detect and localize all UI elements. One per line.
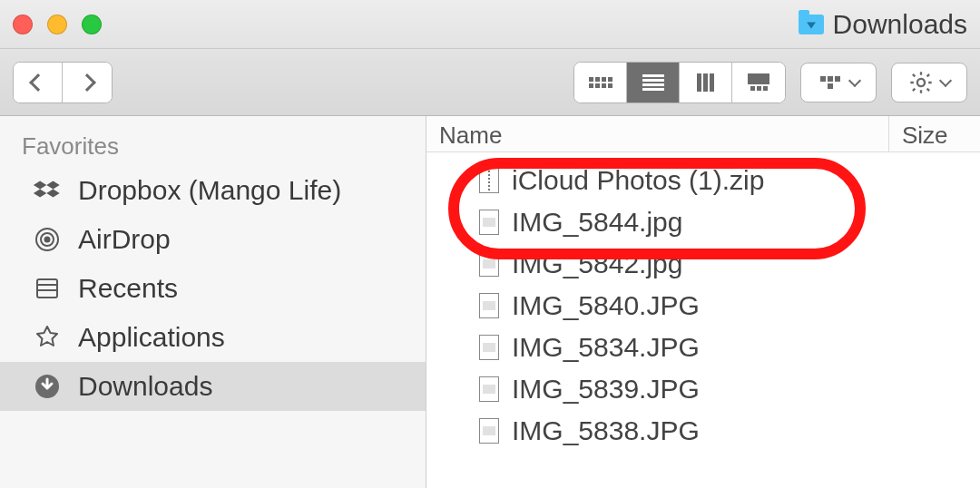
- svg-point-3: [45, 238, 50, 242]
- titlebar: Downloads: [0, 0, 980, 49]
- view-list-button[interactable]: [627, 63, 680, 102]
- zoom-window-button[interactable]: [82, 15, 102, 34]
- nav-back-forward: [13, 62, 113, 103]
- recents-icon: [31, 274, 64, 303]
- sidebar-item-dropbox[interactable]: Dropbox (Mango Life): [0, 166, 426, 215]
- file-row[interactable]: IMG_5844.jpg: [426, 201, 980, 243]
- file-name: IMG_5838.JPG: [512, 415, 700, 446]
- view-icon-button[interactable]: [574, 63, 627, 102]
- back-button[interactable]: [14, 63, 63, 102]
- file-list-pane: Name Size iCloud Photos (1).zipIMG_5844.…: [426, 116, 980, 488]
- window-title: Downloads: [833, 9, 967, 40]
- image-file-icon: [479, 251, 499, 277]
- traffic-lights: [13, 15, 102, 34]
- zip-file-icon: [479, 168, 499, 193]
- view-mode-selector: [573, 62, 786, 103]
- sidebar-item-recents[interactable]: Recents: [0, 264, 426, 313]
- chevron-down-icon: [848, 73, 861, 86]
- svg-point-0: [917, 78, 925, 85]
- columns-header: Name Size: [426, 116, 980, 152]
- image-file-icon: [479, 210, 499, 235]
- sidebar-item-label: AirDrop: [78, 224, 171, 255]
- file-name: IMG_5844.jpg: [512, 207, 682, 238]
- view-column-button[interactable]: [680, 63, 732, 102]
- close-window-button[interactable]: [13, 15, 33, 34]
- file-name: IMG_5842.jpg: [512, 249, 682, 279]
- sidebar-item-label: Dropbox (Mango Life): [78, 175, 341, 206]
- action-menu-button[interactable]: [891, 63, 967, 102]
- sidebar: Favorites Dropbox (Mango Life)AirDropRec…: [0, 116, 426, 488]
- sidebar-item-label: Downloads: [78, 371, 212, 402]
- file-name: IMG_5839.JPG: [512, 374, 700, 405]
- column-header-name[interactable]: Name: [426, 116, 889, 151]
- file-row[interactable]: IMG_5840.JPG: [426, 285, 980, 327]
- column-header-size[interactable]: Size: [889, 116, 980, 151]
- file-name: IMG_5840.JPG: [512, 290, 700, 321]
- gear-icon: [908, 70, 934, 95]
- minimize-window-button[interactable]: [47, 15, 67, 34]
- view-gallery-button[interactable]: [732, 63, 785, 102]
- dropbox-icon: [31, 176, 64, 205]
- image-file-icon: [479, 418, 499, 444]
- sidebar-item-label: Recents: [78, 273, 178, 304]
- downloads-icon: [31, 372, 64, 401]
- image-file-icon: [479, 335, 499, 360]
- sidebar-item-airdrop[interactable]: AirDrop: [0, 215, 426, 264]
- chevron-down-icon: [939, 73, 952, 86]
- sidebar-heading-favorites: Favorites: [0, 129, 426, 166]
- file-row[interactable]: IMG_5842.jpg: [426, 243, 980, 285]
- image-file-icon: [479, 293, 499, 318]
- group-by-button[interactable]: [800, 63, 877, 102]
- file-row[interactable]: IMG_5839.JPG: [426, 368, 980, 410]
- forward-button[interactable]: [63, 63, 112, 102]
- applications-icon: [31, 323, 64, 352]
- sidebar-item-applications[interactable]: Applications: [0, 313, 426, 362]
- sidebar-item-downloads[interactable]: Downloads: [0, 362, 426, 411]
- image-file-icon: [479, 376, 499, 402]
- file-row[interactable]: IMG_5838.JPG: [426, 410, 980, 452]
- airdrop-icon: [31, 225, 64, 254]
- file-name: iCloud Photos (1).zip: [512, 165, 764, 196]
- toolbar: [0, 49, 980, 116]
- file-row[interactable]: IMG_5834.JPG: [426, 327, 980, 368]
- svg-rect-4: [37, 279, 57, 298]
- sidebar-item-label: Applications: [78, 322, 225, 353]
- file-name: IMG_5834.JPG: [512, 332, 700, 363]
- downloads-folder-icon: [799, 15, 824, 34]
- file-row[interactable]: iCloud Photos (1).zip: [426, 160, 980, 201]
